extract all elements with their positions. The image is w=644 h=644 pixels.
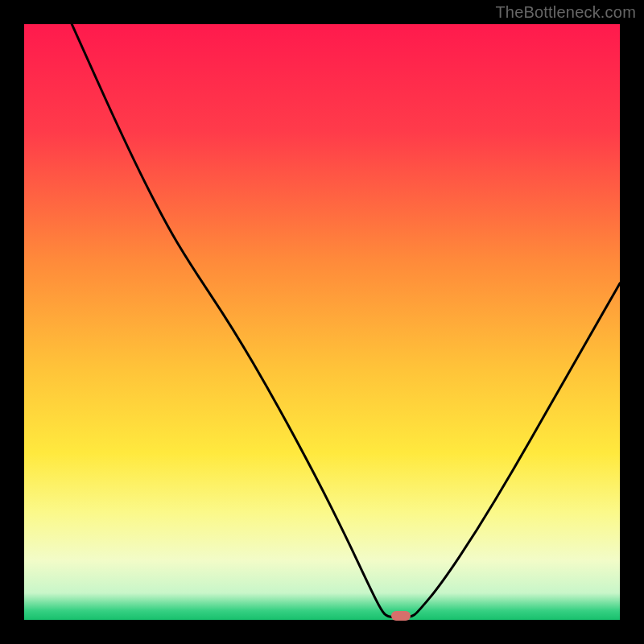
chart-background-gradient xyxy=(24,24,620,620)
chart-svg xyxy=(24,24,620,620)
chart-plot-area xyxy=(24,24,620,620)
chart-frame: TheBottleneck.com xyxy=(0,0,644,644)
optimum-marker xyxy=(391,611,411,621)
watermark-text: TheBottleneck.com xyxy=(495,3,636,22)
